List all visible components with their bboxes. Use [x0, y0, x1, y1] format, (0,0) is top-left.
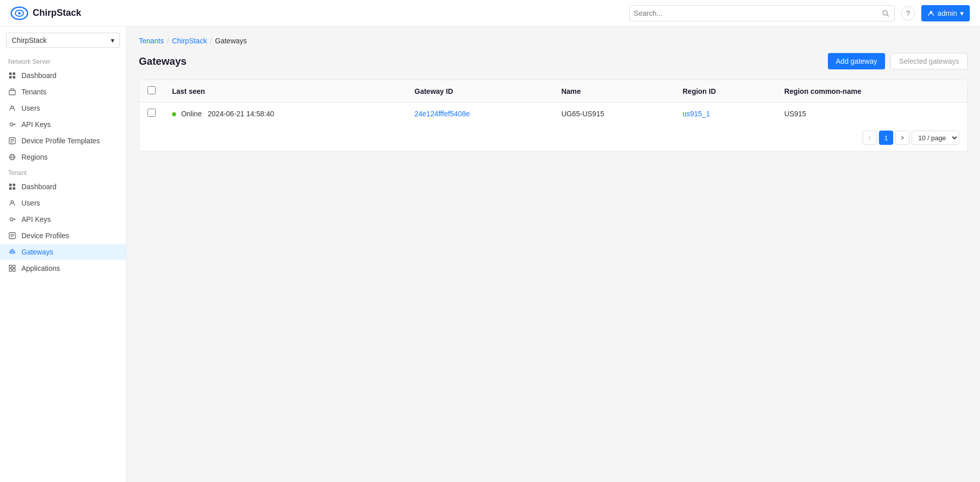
row-region-id: us915_1	[674, 103, 776, 125]
breadcrumb: Tenants / ChirpStack / Gateways	[139, 37, 968, 45]
col-gateway-id: Gateway ID	[406, 80, 553, 103]
sidebar-item-api-keys-ns-label: API Keys	[21, 120, 51, 129]
device-profiles-icon	[8, 232, 16, 240]
search-icon	[882, 10, 889, 17]
chevron-right-icon	[900, 135, 905, 140]
col-region-common-name: Region common-name	[776, 80, 967, 103]
sidebar-item-api-keys-t-label: API Keys	[21, 215, 51, 223]
sidebar-item-device-profiles[interactable]: Device Profiles	[0, 227, 126, 244]
topbar-right: ? admin ▾	[629, 5, 970, 21]
sidebar-item-dashboard-ns-label: Dashboard	[21, 71, 57, 80]
sidebar-item-api-keys-ns[interactable]: API Keys	[0, 116, 126, 133]
sidebar-item-device-profiles-label: Device Profiles	[21, 232, 69, 240]
table-body: Online 2024-06-21 14:58:40 24e124fffef54…	[139, 103, 967, 125]
gateways-icon	[8, 248, 16, 256]
logo-text: ChirpStack	[33, 8, 81, 18]
tenant-selector[interactable]: ChirpStack ▾	[6, 33, 120, 48]
breadcrumb-sep-2: /	[210, 37, 212, 45]
pagination: 1 10 / page 20 / page 50 / page	[139, 124, 967, 151]
topbar: ChirpStack ? admin ▾	[0, 0, 980, 27]
sidebar-item-users-ns-label: Users	[21, 104, 40, 112]
gateways-table-container: Last seen Gateway ID Name Region ID Regi…	[139, 80, 968, 151]
breadcrumb-sep-1: /	[167, 37, 169, 45]
topbar-left: ChirpStack	[10, 4, 81, 22]
tenant-selector-text: ChirpStack	[12, 36, 46, 44]
user-menu-button[interactable]: admin ▾	[921, 5, 970, 21]
sidebar-item-applications-label: Applications	[21, 264, 60, 272]
svg-rect-20	[9, 184, 12, 186]
sidebar-item-dashboard-t-label: Dashboard	[21, 183, 57, 191]
network-server-section-label: Network Server	[0, 54, 126, 67]
breadcrumb-tenants[interactable]: Tenants	[139, 37, 164, 45]
status-dot	[172, 112, 176, 116]
sidebar-item-api-keys-t[interactable]: API Keys	[0, 211, 126, 227]
search-box	[629, 5, 895, 21]
sidebar-item-dashboard-ns[interactable]: Dashboard	[0, 67, 126, 84]
row-name: UG65-US915	[553, 103, 675, 125]
svg-rect-21	[13, 184, 15, 186]
sidebar-item-users-t-label: Users	[21, 199, 40, 207]
sidebar-item-tenants[interactable]: Tenants	[0, 84, 126, 100]
sidebar-item-device-profile-templates[interactable]: Device Profile Templates	[0, 133, 126, 149]
col-name: Name	[553, 80, 675, 103]
row-checkbox[interactable]	[148, 109, 156, 117]
prev-page-button[interactable]	[863, 131, 877, 145]
svg-rect-10	[9, 90, 15, 95]
add-gateway-button[interactable]: Add gateway	[828, 53, 886, 69]
applications-icon	[8, 264, 16, 272]
svg-point-30	[12, 253, 13, 254]
svg-rect-6	[9, 72, 12, 75]
selected-gateways-button[interactable]: Selected gateways	[890, 53, 968, 69]
breadcrumb-chirpstack[interactable]: ChirpStack	[172, 37, 207, 45]
svg-rect-8	[9, 76, 12, 79]
help-button[interactable]: ?	[901, 6, 915, 20]
per-page-select[interactable]: 10 / page 20 / page 50 / page	[912, 131, 959, 145]
main-content: Tenants / ChirpStack / Gateways Gateways…	[127, 27, 980, 482]
tenant-section-label: Tenant	[0, 165, 126, 179]
page-title: Gateways	[139, 56, 186, 67]
user-icon	[927, 10, 935, 17]
next-page-button[interactable]	[895, 131, 910, 145]
sidebar-item-users-t[interactable]: Users	[0, 195, 126, 211]
layout: ChirpStack ▾ Network Server Dashboard Te…	[0, 27, 980, 482]
dashboard-ns-icon	[8, 71, 16, 80]
user-label: admin	[938, 9, 957, 17]
breadcrumb-current: Gateways	[215, 37, 247, 45]
svg-rect-23	[13, 187, 15, 190]
svg-rect-34	[13, 269, 15, 271]
table-header: Last seen Gateway ID Name Region ID Regi…	[139, 80, 967, 103]
sidebar-item-regions[interactable]: Regions	[0, 149, 126, 165]
svg-point-2	[18, 12, 21, 14]
sidebar-item-applications[interactable]: Applications	[0, 260, 126, 276]
sidebar-item-dashboard-t[interactable]: Dashboard	[0, 179, 126, 195]
region-id-link[interactable]: us915_1	[682, 110, 710, 118]
user-chevron-icon: ▾	[960, 9, 964, 17]
search-input[interactable]	[634, 9, 881, 17]
api-keys-ns-icon	[8, 120, 16, 129]
tenants-icon	[8, 88, 16, 96]
sidebar-item-users-ns[interactable]: Users	[0, 100, 126, 116]
select-all-checkbox[interactable]	[148, 86, 156, 94]
svg-rect-7	[13, 72, 15, 75]
sidebar: ChirpStack ▾ Network Server Dashboard Te…	[0, 27, 127, 482]
gateway-id-link[interactable]: 24e124fffef5408e	[414, 110, 470, 118]
device-profile-templates-icon	[8, 137, 16, 145]
search-button[interactable]	[881, 8, 890, 18]
chirpstack-logo	[10, 4, 29, 22]
svg-rect-31	[9, 265, 12, 268]
table-row: Online 2024-06-21 14:58:40 24e124fffef54…	[139, 103, 967, 125]
header-actions: Add gateway Selected gateways	[828, 53, 968, 69]
col-region-id: Region ID	[674, 80, 776, 103]
col-checkbox	[139, 80, 164, 103]
sidebar-item-regions-label: Regions	[21, 153, 47, 161]
svg-rect-9	[13, 76, 15, 79]
regions-icon	[8, 153, 16, 161]
users-t-icon	[8, 199, 16, 207]
col-last-seen: Last seen	[164, 80, 406, 103]
row-checkbox-cell	[139, 103, 164, 125]
sidebar-item-gateways[interactable]: Gateways	[0, 244, 126, 260]
gateways-table: Last seen Gateway ID Name Region ID Regi…	[139, 80, 967, 124]
page-header: Gateways Add gateway Selected gateways	[139, 53, 968, 69]
chevron-left-icon	[867, 135, 872, 140]
page-1-button[interactable]: 1	[879, 131, 893, 145]
